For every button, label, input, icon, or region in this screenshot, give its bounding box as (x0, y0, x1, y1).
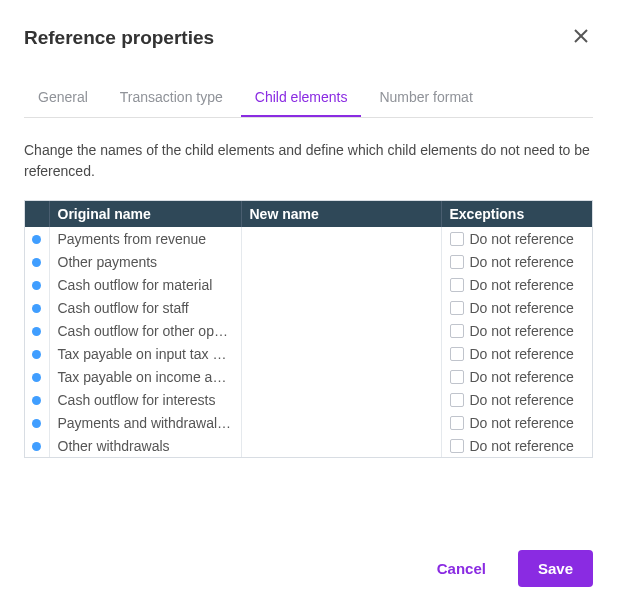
column-header-original[interactable]: Original name (49, 201, 241, 227)
close-button[interactable] (569, 24, 593, 51)
bullet-icon (32, 396, 41, 405)
exception-checkbox[interactable] (450, 278, 464, 292)
tab-description: Change the names of the child elements a… (24, 140, 593, 182)
bullet-icon (32, 304, 41, 313)
exception-checkbox[interactable] (450, 255, 464, 269)
exception-label: Do not reference (470, 392, 574, 408)
exception-cell: Do not reference (441, 365, 592, 388)
table-row: Tax payable on income an…Do not referenc… (25, 365, 592, 388)
table-row: Cash outflow for materialDo not referenc… (25, 273, 592, 296)
new-name-cell[interactable] (241, 434, 441, 457)
bullet-icon (32, 442, 41, 451)
bullet-icon (32, 235, 41, 244)
dialog-footer: Cancel Save (401, 530, 617, 607)
row-bullet-cell (25, 273, 49, 296)
table-header-row: Original name New name Exceptions (25, 201, 592, 227)
table-row: Payments from revenueDo not reference (25, 227, 592, 250)
table-row: Tax payable on input tax a…Do not refere… (25, 342, 592, 365)
exception-checkbox[interactable] (450, 370, 464, 384)
column-header-new[interactable]: New name (241, 201, 441, 227)
exception-cell: Do not reference (441, 319, 592, 342)
row-bullet-cell (25, 319, 49, 342)
exception-label: Do not reference (470, 277, 574, 293)
new-name-cell[interactable] (241, 342, 441, 365)
exception-checkbox[interactable] (450, 232, 464, 246)
exception-cell: Do not reference (441, 411, 592, 434)
exception-label: Do not reference (470, 369, 574, 385)
new-name-cell[interactable] (241, 365, 441, 388)
original-name-cell[interactable]: Other payments (49, 250, 241, 273)
dialog-header: Reference properties (24, 24, 593, 51)
table-row: Other withdrawalsDo not reference (25, 434, 592, 457)
original-name-cell[interactable]: Cash outflow for interests (49, 388, 241, 411)
exception-cell: Do not reference (441, 388, 592, 411)
new-name-cell[interactable] (241, 319, 441, 342)
table-row: Cash outflow for interestsDo not referen… (25, 388, 592, 411)
new-name-cell[interactable] (241, 227, 441, 250)
bullet-icon (32, 258, 41, 267)
exception-cell: Do not reference (441, 250, 592, 273)
table-row: Cash outflow for staffDo not reference (25, 296, 592, 319)
row-bullet-cell (25, 227, 49, 250)
exception-cell: Do not reference (441, 296, 592, 319)
row-bullet-cell (25, 250, 49, 273)
cancel-button[interactable]: Cancel (425, 550, 498, 587)
original-name-cell[interactable]: Cash outflow for staff (49, 296, 241, 319)
exception-checkbox[interactable] (450, 347, 464, 361)
reference-properties-dialog: Reference properties General Transaction… (0, 0, 617, 478)
original-name-cell[interactable]: Cash outflow for other op… (49, 319, 241, 342)
bullet-icon (32, 350, 41, 359)
exception-checkbox[interactable] (450, 393, 464, 407)
original-name-cell[interactable]: Tax payable on income an… (49, 365, 241, 388)
original-name-cell[interactable]: Tax payable on input tax a… (49, 342, 241, 365)
row-bullet-cell (25, 434, 49, 457)
save-button[interactable]: Save (518, 550, 593, 587)
new-name-cell[interactable] (241, 388, 441, 411)
bullet-icon (32, 419, 41, 428)
row-bullet-cell (25, 365, 49, 388)
new-name-cell[interactable] (241, 296, 441, 319)
row-bullet-cell (25, 388, 49, 411)
tab-general[interactable]: General (24, 79, 102, 117)
table-row: Payments and withdrawal…Do not reference (25, 411, 592, 434)
new-name-cell[interactable] (241, 411, 441, 434)
exception-checkbox[interactable] (450, 416, 464, 430)
table-row: Other paymentsDo not reference (25, 250, 592, 273)
column-header-exceptions[interactable]: Exceptions (441, 201, 592, 227)
exception-cell: Do not reference (441, 434, 592, 457)
exception-label: Do not reference (470, 231, 574, 247)
exception-label: Do not reference (470, 438, 574, 454)
exception-cell: Do not reference (441, 227, 592, 250)
exception-label: Do not reference (470, 300, 574, 316)
exception-label: Do not reference (470, 346, 574, 362)
original-name-cell[interactable]: Payments and withdrawal… (49, 411, 241, 434)
tab-transaction-type[interactable]: Transaction type (106, 79, 237, 117)
exception-label: Do not reference (470, 323, 574, 339)
exception-checkbox[interactable] (450, 301, 464, 315)
exception-label: Do not reference (470, 415, 574, 431)
column-header-bullet (25, 201, 49, 227)
tab-child-elements[interactable]: Child elements (241, 79, 362, 117)
tab-number-format[interactable]: Number format (365, 79, 486, 117)
original-name-cell[interactable]: Payments from revenue (49, 227, 241, 250)
bullet-icon (32, 281, 41, 290)
exception-cell: Do not reference (441, 342, 592, 365)
row-bullet-cell (25, 411, 49, 434)
table-row: Cash outflow for other op…Do not referen… (25, 319, 592, 342)
dialog-title: Reference properties (24, 27, 214, 49)
new-name-cell[interactable] (241, 273, 441, 296)
original-name-cell[interactable]: Other withdrawals (49, 434, 241, 457)
tab-bar: General Transaction type Child elements … (24, 79, 593, 118)
close-icon (573, 28, 589, 47)
row-bullet-cell (25, 342, 49, 365)
bullet-icon (32, 327, 41, 336)
exception-checkbox[interactable] (450, 439, 464, 453)
bullet-icon (32, 373, 41, 382)
table-body: Payments from revenueDo not referenceOth… (25, 227, 592, 457)
original-name-cell[interactable]: Cash outflow for material (49, 273, 241, 296)
new-name-cell[interactable] (241, 250, 441, 273)
exception-cell: Do not reference (441, 273, 592, 296)
exception-checkbox[interactable] (450, 324, 464, 338)
child-elements-table: Original name New name Exceptions Paymen… (24, 200, 593, 458)
exception-label: Do not reference (470, 254, 574, 270)
